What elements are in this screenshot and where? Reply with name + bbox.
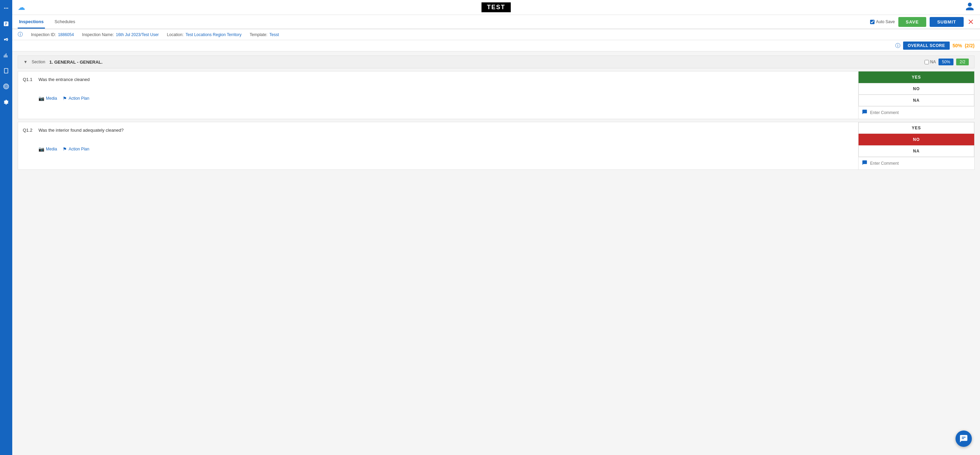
section-right: NA 50% 2/2 [924, 59, 969, 65]
action-plan-label-2: Action Plan [69, 147, 89, 151]
tab-bar: Inspections Schedules Auto Save SAVE SUB… [12, 15, 980, 29]
section-na-label: NA [924, 60, 936, 64]
question-text-1: Was the entrance cleaned [38, 77, 858, 82]
tab-bar-left: Inspections Schedules [18, 16, 76, 28]
tab-inspections[interactable]: Inspections [18, 16, 45, 29]
na-button-1[interactable]: NA [859, 95, 974, 106]
no-button-2[interactable]: NO [859, 134, 974, 145]
inspection-name-label: Inspection Name: [82, 32, 114, 37]
media-label-2: Media [46, 147, 57, 151]
action-plan-link-2[interactable]: ⚑ Action Plan [63, 146, 89, 152]
question-card-1: Q1.1 Was the entrance cleaned 📷 Media ⚑ … [18, 71, 975, 119]
media-link-1[interactable]: 📷 Media [38, 95, 57, 101]
tab-bar-right: Auto Save SAVE SUBMIT [870, 17, 975, 27]
score-fraction: (2/2) [965, 43, 975, 48]
inspection-id-label: Inspection ID: [31, 32, 56, 37]
template-value: Tesst [269, 32, 279, 37]
info-bar: ⓘ Inspection ID: 1886054 Inspection Name… [12, 29, 980, 40]
section-collapse-arrow[interactable]: ▼ [24, 60, 27, 64]
location-label: Location: [167, 32, 184, 37]
location-row: Location: Test Locations Region Territor… [167, 32, 242, 37]
close-button[interactable] [967, 18, 975, 25]
auto-save-text: Auto Save [876, 19, 894, 24]
media-link-2[interactable]: 📷 Media [38, 146, 57, 152]
user-icon[interactable] [965, 2, 975, 13]
comment-input-1[interactable] [870, 110, 971, 115]
camera-icon-1: 📷 [38, 95, 44, 101]
flag-icon-1: ⚑ [63, 95, 67, 101]
comment-icon-1 [862, 109, 867, 116]
sidebar-icon-book[interactable] [2, 66, 11, 76]
template-row: Template: Tesst [250, 32, 279, 37]
yes-button-1[interactable]: YES [859, 72, 974, 83]
question-body-1: Was the entrance cleaned 📷 Media ⚑ Actio… [38, 72, 859, 119]
question-actions-1: 📷 Media ⚑ Action Plan [38, 95, 858, 104]
comment-input-2[interactable] [870, 161, 971, 166]
question-actions-2: 📷 Media ⚑ Action Plan [38, 146, 858, 154]
template-label: Template: [250, 32, 267, 37]
brand-logo: TEST [482, 2, 511, 12]
question-number-2: Q1.2 [18, 122, 38, 169]
sidebar-icon-target[interactable] [2, 82, 11, 91]
section-score-badge: 50% [939, 59, 953, 65]
action-plan-label-1: Action Plan [69, 96, 89, 101]
submit-button[interactable]: SUBMIT [930, 17, 964, 27]
sidebar [0, 0, 12, 455]
sidebar-icon-chart[interactable] [2, 50, 11, 60]
sidebar-icon-gear[interactable] [2, 97, 11, 107]
camera-icon-2: 📷 [38, 146, 44, 152]
svg-point-2 [7, 8, 8, 9]
svg-point-5 [6, 86, 7, 87]
main-content: ☁ TEST Inspections Schedules Auto Save S… [12, 0, 980, 455]
svg-point-1 [6, 8, 7, 9]
answer-panel-1: YES NO NA [859, 72, 974, 119]
action-plan-link-1[interactable]: ⚑ Action Plan [63, 95, 89, 101]
info-icon-2: ⓘ [895, 43, 900, 49]
section-fraction-badge: 2/2 [956, 59, 969, 65]
comment-area-1 [859, 106, 974, 119]
cloud-icon: ☁ [18, 3, 25, 12]
sidebar-icon-megaphone[interactable] [2, 35, 11, 44]
question-text-2: Was the interior found adequately cleane… [38, 127, 858, 133]
na-button-2[interactable]: NA [859, 145, 974, 157]
inspection-name-value: 16th Jul 2023/Test User [116, 32, 159, 37]
no-button-1[interactable]: NO [859, 83, 974, 95]
sidebar-icon-dots[interactable] [2, 3, 11, 13]
info-icon-1: ⓘ [18, 31, 23, 38]
section-na-checkbox[interactable] [924, 60, 929, 64]
inspection-name-row: Inspection Name: 16th Jul 2023/Test User [82, 32, 159, 37]
save-button[interactable]: SAVE [898, 17, 926, 27]
question-number-1: Q1.1 [18, 72, 38, 119]
svg-point-0 [4, 8, 5, 9]
question-body-2: Was the interior found adequately cleane… [38, 122, 859, 169]
sidebar-icon-clipboard[interactable] [2, 19, 11, 29]
flag-icon-2: ⚑ [63, 146, 67, 152]
media-label-1: Media [46, 96, 57, 101]
comment-area-2 [859, 157, 974, 169]
overall-score-button[interactable]: OVERALL SCORE [903, 41, 950, 50]
yes-button-2[interactable]: YES [859, 122, 974, 134]
section-label: Section [32, 60, 45, 64]
inspection-id-value: 1886054 [58, 32, 74, 37]
answer-panel-2: YES NO NA [859, 122, 974, 169]
tab-schedules[interactable]: Schedules [53, 16, 76, 29]
location-value: Test Locations Region Territory [185, 32, 242, 37]
inspection-id-row: Inspection ID: 1886054 [31, 32, 74, 37]
top-header: ☁ TEST [12, 0, 980, 15]
question-card-2: Q1.2 Was the interior found adequately c… [18, 122, 975, 170]
score-bar: ⓘ OVERALL SCORE 50% (2/2) [12, 40, 980, 51]
section-header: ▼ Section 1. GENERAL - GENERAL. NA 50% 2… [18, 56, 975, 68]
score-percent: 50% [953, 43, 962, 48]
section-title: 1. GENERAL - GENERAL. [49, 60, 920, 65]
content-area: ▼ Section 1. GENERAL - GENERAL. NA 50% 2… [12, 51, 980, 455]
auto-save-label: Auto Save [870, 19, 894, 24]
chat-fab[interactable] [956, 431, 972, 447]
comment-icon-2 [862, 160, 867, 167]
auto-save-checkbox[interactable] [870, 20, 875, 24]
